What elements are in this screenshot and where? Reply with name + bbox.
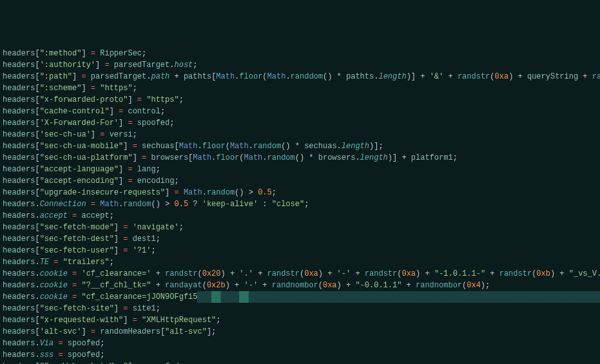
code-line[interactable]: headers["sec-fetch-dest"] = dest1; bbox=[3, 233, 597, 245]
code-editor[interactable]: headers[":method"] = RipperSec;headers['… bbox=[3, 48, 597, 364]
code-line[interactable]: headers["upgrade-insecure-requests"] = M… bbox=[3, 187, 597, 198]
code-line[interactable]: headers["sec-fetch-user"] = '?1'; bbox=[3, 245, 597, 256]
code-line[interactable]: headers["x-requested-with"] = "XMLHttpRe… bbox=[3, 314, 597, 326]
code-line[interactable]: headers.cookie = 'cf_clearance=' + rands… bbox=[3, 268, 597, 280]
code-line[interactable]: headers['sec-ch-ua'] = versi; bbox=[3, 129, 597, 140]
code-line[interactable]: headers[":scheme"] = "https"; bbox=[3, 82, 597, 94]
code-line[interactable]: headers["accept-encoding"] = encoding; bbox=[3, 175, 597, 187]
code-line[interactable]: headers.Connection = Math.random() > 0.5… bbox=[3, 198, 597, 210]
code-line[interactable]: headers["sec-fetch-site"] = site1; bbox=[3, 303, 597, 314]
code-line[interactable]: headers["sec-ch-ua-platform"] = browsers… bbox=[3, 152, 597, 164]
code-line[interactable]: headers.sss = spoofed; bbox=[3, 349, 597, 361]
code-line[interactable]: headers.cookie = "?__cf_chl_tk=" + randa… bbox=[3, 280, 597, 291]
code-line[interactable]: headers["cache-control"] = control; bbox=[3, 106, 597, 117]
code-line[interactable]: headers['X-Forwarded-For'] = spoofed; bbox=[3, 117, 597, 129]
code-line[interactable]: headers.Via = spoofed; bbox=[3, 338, 597, 349]
code-line[interactable]: headers[":method"] = RipperSec; bbox=[3, 48, 597, 59]
code-line[interactable]: headers["Sec-Websocket-Key"] = spoofed; bbox=[3, 361, 597, 364]
code-line[interactable]: headers.TE = "trailers"; bbox=[3, 256, 597, 268]
code-line[interactable]: headers.cookie = "cf_clearance=jJON9OFgf… bbox=[3, 291, 597, 303]
code-line[interactable]: headers["x-forwarded-proto"] = "https"; bbox=[3, 94, 597, 106]
code-line[interactable]: headers.accept = accept; bbox=[3, 210, 597, 222]
code-line[interactable]: headers[':authority'] = parsedTarget.hos… bbox=[3, 59, 597, 71]
redacted-text: ███ bbox=[197, 291, 211, 303]
code-line[interactable]: headers["sec-fetch-mode"] = 'navigate'; bbox=[3, 222, 597, 233]
code-line[interactable]: headers["accept-language"] = lang; bbox=[3, 164, 597, 175]
code-line[interactable]: headers[":path"] = parsedTarget.path + p… bbox=[3, 71, 597, 82]
code-line[interactable]: headers['alt-svc'] = randomHeaders["alt-… bbox=[3, 326, 597, 338]
code-line[interactable]: headers["sec-ch-ua-mobile"] = sechuas[Ma… bbox=[3, 140, 597, 152]
